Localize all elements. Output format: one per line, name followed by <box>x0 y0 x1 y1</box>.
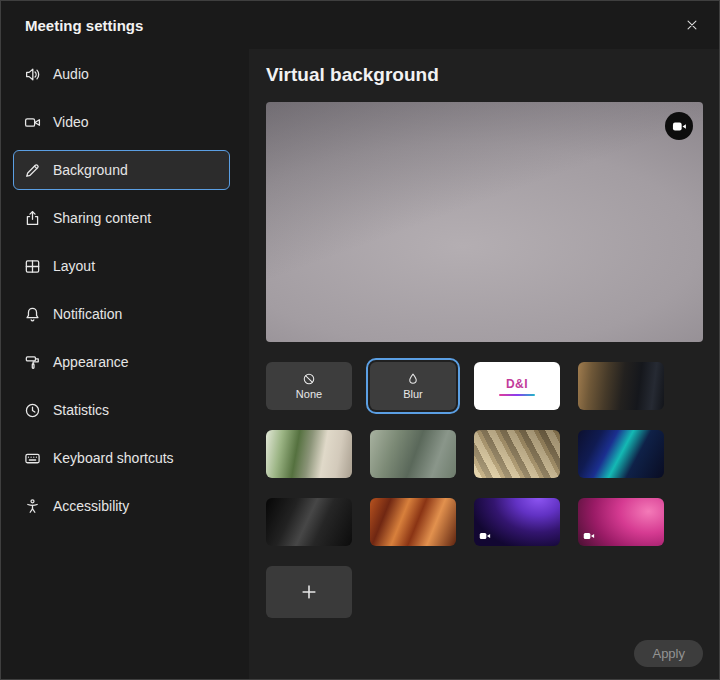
sidebar-item-label: Appearance <box>53 354 129 370</box>
logo-tagline-decoration <box>499 394 535 396</box>
sidebar-item-label: Statistics <box>53 402 109 418</box>
option-label: Blur <box>403 388 423 400</box>
background-pen-icon <box>24 162 41 179</box>
dialog-title: Meeting settings <box>25 17 143 34</box>
settings-sidebar: Audio Video Background Sharing content <box>1 49 249 679</box>
panel-heading: Virtual background <box>266 64 703 86</box>
option-label: None <box>296 388 322 400</box>
background-grid: None Blur D&I <box>266 362 703 618</box>
sidebar-item-audio[interactable]: Audio <box>13 54 230 94</box>
camera-preview <box>266 102 703 342</box>
add-background-button[interactable] <box>266 566 352 618</box>
background-thumbnail-blurred-nature[interactable] <box>370 430 456 478</box>
sidebar-item-label: Audio <box>53 66 89 82</box>
background-option-none[interactable]: None <box>266 362 352 410</box>
panel-footer: Apply <box>266 630 703 667</box>
sidebar-item-label: Background <box>53 162 128 178</box>
sidebar-item-layout[interactable]: Layout <box>13 246 230 286</box>
plus-icon <box>300 583 318 601</box>
sidebar-item-appearance[interactable]: Appearance <box>13 342 230 382</box>
virtual-background-panel: Virtual background None Blur D&I <box>249 49 719 679</box>
video-camera-icon <box>24 114 41 131</box>
background-thumbnail-lava[interactable] <box>370 498 456 546</box>
sidebar-item-label: Accessibility <box>53 498 129 514</box>
camera-icon <box>672 119 687 134</box>
apply-button[interactable]: Apply <box>634 640 703 667</box>
background-thumbnail-blinds[interactable] <box>474 430 560 478</box>
sidebar-item-label: Video <box>53 114 89 130</box>
statistics-clock-icon <box>24 402 41 419</box>
logo-text: D&I <box>506 377 528 391</box>
none-icon <box>302 372 316 386</box>
title-bar: Meeting settings <box>1 1 719 49</box>
background-thumbnail-navy-teal[interactable] <box>578 430 664 478</box>
meeting-settings-dialog: Meeting settings Audio Video <box>0 0 720 680</box>
background-thumbnail-logo[interactable]: D&I <box>474 362 560 410</box>
keyboard-icon <box>24 450 41 467</box>
camera-preview-button[interactable] <box>665 112 693 140</box>
sidebar-item-keyboard-shortcuts[interactable]: Keyboard shortcuts <box>13 438 230 478</box>
speaker-icon <box>24 66 41 83</box>
background-thumbnail-dark-swirl[interactable] <box>266 498 352 546</box>
background-option-blur[interactable]: Blur <box>370 362 456 410</box>
sidebar-item-label: Notification <box>53 306 122 322</box>
background-thumbnail-purple-video[interactable] <box>474 498 560 546</box>
close-button[interactable] <box>679 12 705 38</box>
appearance-paint-roller-icon <box>24 354 41 371</box>
accessibility-icon <box>24 498 41 515</box>
blur-droplet-icon <box>406 372 420 386</box>
close-icon <box>685 18 699 32</box>
video-badge-icon <box>583 530 595 542</box>
sidebar-item-video[interactable]: Video <box>13 102 230 142</box>
dialog-body: Audio Video Background Sharing content <box>1 49 719 679</box>
background-thumbnail-pink-video[interactable] <box>578 498 664 546</box>
video-badge-icon <box>479 530 491 542</box>
sidebar-item-notification[interactable]: Notification <box>13 294 230 334</box>
sidebar-item-label: Keyboard shortcuts <box>53 450 174 466</box>
sidebar-item-accessibility[interactable]: Accessibility <box>13 486 230 526</box>
bell-icon <box>24 306 41 323</box>
sidebar-item-statistics[interactable]: Statistics <box>13 390 230 430</box>
sidebar-item-background[interactable]: Background <box>13 150 230 190</box>
sidebar-item-label: Sharing content <box>53 210 151 226</box>
layout-grid-icon <box>24 258 41 275</box>
background-thumbnail-office[interactable] <box>578 362 664 410</box>
share-icon <box>24 210 41 227</box>
background-thumbnail-living-room[interactable] <box>266 430 352 478</box>
sidebar-item-sharing-content[interactable]: Sharing content <box>13 198 230 238</box>
sidebar-item-label: Layout <box>53 258 95 274</box>
